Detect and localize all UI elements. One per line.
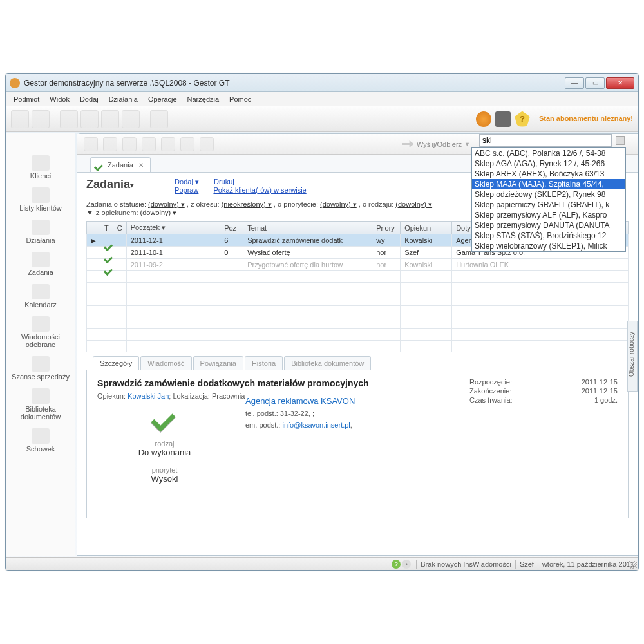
czas-label: Czas trwania: (469, 396, 513, 404)
col-temat[interactable]: Temat (243, 222, 372, 234)
sidebar-item-wiadomosci[interactable]: Wiadomości odebrane (6, 314, 75, 354)
sub-toolbar-icon[interactable] (84, 137, 98, 151)
page-title[interactable]: Zadania▾ (86, 178, 134, 191)
link-drukuj[interactable]: Drukuj (214, 178, 234, 185)
ac-item[interactable]: Sklep odzieżowy (SKLEP2), Rynek 98 (472, 189, 625, 200)
link-dodaj[interactable]: Dodaj ▾ (175, 178, 199, 185)
close-button[interactable]: ✕ (606, 77, 634, 89)
toolbar-icon[interactable] (60, 110, 78, 128)
filter-okres[interactable]: (nieokreślony) ▾ (222, 200, 272, 208)
sub-toolbar-icon[interactable] (161, 137, 175, 151)
titlebar[interactable]: Gestor demonstracyjny na serwerze .\SQL2… (6, 74, 638, 92)
toolbar-icon[interactable] (80, 110, 99, 128)
col-poczatek[interactable]: Początek ▾ (126, 222, 220, 234)
toolbar-icon[interactable] (122, 110, 140, 128)
sub-toolbar-icon[interactable] (122, 137, 137, 151)
cube-icon[interactable] (495, 111, 511, 127)
obszar-roboczy-tab[interactable]: Obszar roboczy (627, 321, 638, 392)
menu-widok[interactable]: Widok (44, 93, 75, 105)
task-icon (95, 160, 105, 169)
rodzaj-label: rodzaj (97, 440, 232, 448)
menu-operacje[interactable]: Operacje (143, 93, 182, 105)
toolbar-icon[interactable] (32, 110, 50, 128)
help-shield-icon[interactable]: ? (515, 111, 530, 127)
col-c[interactable]: C (113, 222, 126, 234)
wyslij-odbierz-button[interactable]: Wyślij/Odbierz ▼ (402, 140, 470, 149)
opiekun-link[interactable]: Kowalski Jan (128, 392, 169, 400)
ac-item[interactable]: Sklep papierniczy GRAFIT (GRAFIT), k (472, 200, 625, 210)
col-poz[interactable]: Poz (220, 222, 243, 234)
detail-tabs: Szczegóły Wiadomość Powiązania Historia … (86, 356, 629, 370)
status-date: wtorek, 11 października 2011 (542, 560, 634, 568)
sidebar-item-dzialania[interactable]: Działania (6, 217, 75, 249)
toolbar-icon[interactable] (150, 110, 168, 128)
sub-toolbar-icon[interactable] (180, 137, 194, 151)
minimize-button[interactable]: — (565, 77, 584, 89)
status-help-icon[interactable]: ? (392, 560, 401, 569)
sidebar-item-kalendarz[interactable]: Kalendarz (6, 281, 75, 314)
link-popraw[interactable]: Popraw (175, 186, 198, 194)
sub-toolbar-icon[interactable] (103, 137, 117, 151)
link-pokaz[interactable]: Pokaż klienta(-ów) w serwisie (213, 186, 306, 194)
ac-item[interactable]: Sklep STAŚ (STAŚ), Brodzińskiego 12 (472, 231, 625, 241)
klienci-icon (32, 155, 50, 171)
dropdown-icon: ▼ (464, 141, 470, 147)
sidebar-item-szanse[interactable]: Szanse sprzedaży (6, 354, 75, 386)
row-pointer-icon: ▶ (87, 234, 100, 247)
filter-rodzaj[interactable]: (dowolny) ▾ (395, 200, 432, 208)
sub-toolbar: Wyślij/Odbierz ▼ ABC s.c. (ABC), Polanka… (77, 134, 638, 155)
collapse-icon[interactable]: ▼ (86, 209, 94, 216)
filter-status[interactable]: (dowolny) ▾ (148, 200, 185, 208)
task-type-icon (149, 405, 181, 435)
zakonczenie-value: 2011-12-15 (582, 387, 618, 395)
email-link[interactable]: info@ksavon.insert.pl (282, 421, 350, 429)
col-opiekun[interactable]: Opiekun (401, 222, 452, 234)
status-dot-icon[interactable]: • (402, 560, 411, 569)
send-receive-icon (402, 140, 414, 149)
menu-dodaj[interactable]: Dodaj (75, 93, 104, 105)
sidebar-item-zadania[interactable]: Zadania (6, 249, 75, 281)
listy-icon (32, 187, 50, 203)
sub-toolbar-icon[interactable] (142, 137, 156, 151)
sidebar-item-biblioteka[interactable]: Biblioteka dokumentów (6, 386, 75, 426)
search-input[interactable] (479, 134, 612, 147)
tab-close-icon[interactable]: ✕ (138, 162, 144, 169)
filter-opiekun[interactable]: (dowolny) ▾ (140, 209, 177, 216)
table-row[interactable]: 2011-09-2 Przygotować ofertę dla hurtow … (87, 259, 629, 271)
main-toolbar: ? Stan abonamentu nieznany! (6, 106, 638, 132)
maximize-button[interactable]: ▭ (585, 77, 605, 89)
ac-item[interactable]: Sklep MAJA (MAJA), Szpitalna 45/44, (472, 179, 625, 189)
biblioteka-icon (32, 388, 50, 404)
toolbar-icon[interactable] (101, 110, 119, 128)
sub-toolbar-icon[interactable] (200, 137, 214, 151)
sidebar-item-listy[interactable]: Listy klientów (6, 185, 75, 217)
menu-podmiot[interactable]: Podmiot (8, 93, 44, 105)
dtab-wiadomosc[interactable]: Wiadomość (140, 356, 191, 370)
filter-priorytet[interactable]: (dowolny) ▾ (320, 200, 357, 208)
search-list-icon[interactable] (616, 136, 625, 145)
ac-item[interactable]: Sklep przemysłowy ALF (ALF), Kaspro (472, 210, 625, 220)
dtab-powiazania[interactable]: Powiązania (193, 356, 243, 370)
sidebar-item-klienci[interactable]: Klienci (6, 153, 75, 185)
ac-item[interactable]: Sklep przemysłowy DANUTA (DANUTA (472, 220, 625, 231)
resize-grip-icon[interactable] (629, 561, 637, 569)
dtab-historia[interactable]: Historia (245, 356, 283, 370)
dtab-biblioteka[interactable]: Biblioteka dokumentów (284, 356, 371, 370)
ac-item[interactable]: Sklep AREX (AREX), Bończyka 63/13 (472, 169, 625, 179)
subscription-status: Stan abonamentu nieznany! (539, 115, 633, 123)
menu-dzialania[interactable]: Działania (104, 93, 143, 105)
statusbar: ? • Brak nowych InsWiadomości Szef wtore… (6, 557, 638, 570)
col-t[interactable]: T (100, 222, 113, 234)
sidebar-item-schowek[interactable]: Schowek (6, 426, 75, 458)
menu-pomoc[interactable]: Pomoc (224, 93, 256, 105)
ac-item[interactable]: ABC s.c. (ABC), Polanka 12/6 /, 54-38 (472, 148, 625, 158)
col-ptr[interactable] (87, 222, 100, 234)
status-badge-icon[interactable] (476, 111, 491, 127)
toolbar-icon[interactable] (11, 110, 29, 128)
menu-narzedzia[interactable]: Narzędzia (182, 93, 225, 105)
col-priory[interactable]: Priory (372, 222, 401, 234)
ac-item[interactable]: Sklep AGA (AGA), Rynek 12 /, 45-266 (472, 158, 625, 169)
dtab-szczegoly[interactable]: Szczegóły (93, 356, 139, 370)
tab-zadania[interactable]: Zadania ✕ (90, 157, 151, 172)
ac-item[interactable]: Sklep wielobranżowy (SKLEP1), Milick (472, 241, 625, 251)
